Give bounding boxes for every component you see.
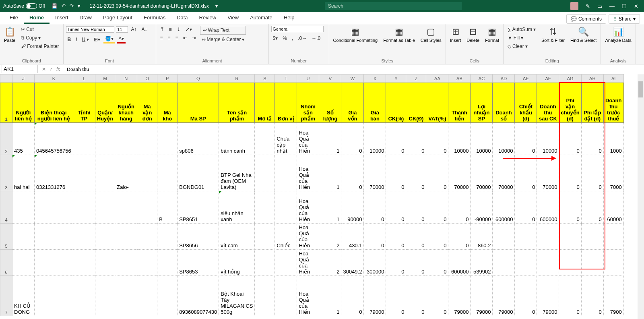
cell[interactable]: 0 [386, 155, 406, 191]
fx-icon[interactable]: fx [56, 66, 60, 72]
cell[interactable]: siêu nhân xanh [219, 191, 255, 224]
row-header[interactable]: 5 [0, 224, 12, 250]
cell[interactable]: 2 [319, 250, 341, 276]
header-cell[interactable]: Người liên hệ [12, 83, 35, 123]
cell[interactable]: 0 [426, 276, 448, 316]
comma-icon[interactable]: , [290, 35, 295, 42]
cell[interactable]: 0 [341, 123, 364, 155]
cell[interactable] [493, 224, 515, 250]
merge-center-button[interactable]: ⇔Merge & Center▾ [200, 36, 246, 43]
cell[interactable] [275, 276, 297, 316]
cell[interactable]: 0 [426, 191, 448, 224]
undo-icon[interactable]: ↶ [62, 3, 66, 9]
cell[interactable] [137, 250, 157, 276]
column-header[interactable]: AB [448, 75, 471, 83]
cell[interactable]: 8936089077430 [178, 276, 219, 316]
cell[interactable]: 0 [406, 250, 426, 276]
cell[interactable]: 0 [559, 123, 581, 155]
cell[interactable] [95, 250, 115, 276]
cell[interactable] [275, 155, 297, 191]
column-header[interactable]: L [73, 75, 95, 83]
cell-styles-button[interactable]: ▢Cell Styles [419, 26, 443, 44]
cell[interactable]: 0 [581, 123, 603, 155]
cell[interactable]: Bột Khoai Tây MILAGANICS 500g [219, 276, 255, 316]
cell[interactable] [95, 123, 115, 155]
format-button[interactable]: ▦Format [483, 26, 501, 44]
column-header[interactable]: X [364, 75, 386, 83]
cell[interactable]: SP8656 [178, 224, 219, 250]
cell[interactable]: BGNDG01 [178, 155, 219, 191]
align-middle-icon[interactable]: ≡ [167, 26, 173, 33]
align-top-icon[interactable]: ⤒ [159, 26, 166, 33]
maximize-icon[interactable]: ❐ [622, 3, 627, 9]
orientation-icon[interactable]: ⤢▾ [184, 26, 194, 33]
filename[interactable]: 12-11-2023 09-54-danhsachdonhang-LHUgmsI… [83, 3, 215, 9]
header-cell[interactable]: Mã SP [178, 83, 219, 123]
cell[interactable] [537, 224, 559, 250]
analyze-data-button[interactable]: 📊Analyze Data [603, 26, 633, 44]
cell[interactable]: 0 [406, 224, 426, 250]
cell[interactable]: vịt hồng [219, 250, 255, 276]
cell[interactable] [73, 155, 95, 191]
cell[interactable] [603, 250, 623, 276]
sort-filter-button[interactable]: ⇅Sort & Filter [540, 26, 566, 44]
cell[interactable] [275, 250, 297, 276]
cut-button[interactable]: ✂Cut [19, 26, 60, 33]
cell[interactable]: 7000 [603, 155, 623, 191]
pen-icon[interactable]: ✎ [586, 3, 590, 9]
header-cell[interactable]: VAT(%) [426, 83, 448, 123]
cell[interactable]: 300000 [364, 250, 386, 276]
cell[interactable]: 0 [515, 155, 537, 191]
cell[interactable]: -860.2 [471, 224, 493, 250]
tab-draw[interactable]: Draw [74, 12, 97, 24]
cell[interactable] [12, 224, 35, 250]
cell[interactable] [35, 276, 73, 316]
cell[interactable]: Hoa Quả của Hiền [297, 250, 319, 276]
cell[interactable]: 0 [406, 155, 426, 191]
conditional-formatting-button[interactable]: ▦Conditional Formatting [332, 26, 380, 44]
cell[interactable]: 0321331276 [35, 155, 73, 191]
cell[interactable] [73, 276, 95, 316]
cell[interactable]: 0 [426, 224, 448, 250]
cell[interactable] [515, 250, 537, 276]
cell[interactable]: 79000 [448, 276, 471, 316]
name-box[interactable] [2, 65, 38, 73]
increase-indent-icon[interactable]: ⇥ [190, 34, 198, 41]
cell[interactable] [255, 191, 275, 224]
currency-icon[interactable]: $▾ [271, 35, 280, 42]
row-header[interactable]: 7 [0, 276, 12, 316]
scrollbar-thumb[interactable] [638, 81, 643, 97]
header-cell[interactable]: Điện thoại người liên hệ [35, 83, 73, 123]
column-header[interactable]: O [137, 75, 157, 83]
cell[interactable] [603, 224, 623, 250]
column-header[interactable]: V [319, 75, 341, 83]
header-cell[interactable]: Phí vận chuyển (đ) [559, 83, 581, 123]
cell[interactable]: 10000 [448, 123, 471, 155]
column-header[interactable]: AD [493, 75, 515, 83]
cell[interactable]: 10000 [537, 123, 559, 155]
header-cell[interactable]: Đơn vị [275, 83, 297, 123]
header-cell[interactable]: Mã vận đơn [137, 83, 157, 123]
header-cell[interactable]: Mã kho [157, 83, 178, 123]
autosave-toggle[interactable]: AutoSave Off [0, 3, 48, 9]
header-cell[interactable]: Giá bán [364, 83, 386, 123]
increase-font-icon[interactable]: A↑ [130, 26, 138, 33]
row-header[interactable]: 4 [0, 191, 12, 224]
cell[interactable]: 0 [426, 123, 448, 155]
cell[interactable]: 0 [386, 123, 406, 155]
bold-button[interactable]: B [66, 36, 73, 43]
cell[interactable] [115, 250, 137, 276]
cell[interactable] [95, 224, 115, 250]
cell[interactable]: Hoa Quả của Hiền [297, 276, 319, 316]
cell[interactable]: 0 [559, 276, 581, 316]
row-header[interactable]: 1 [0, 83, 12, 123]
cell[interactable] [559, 224, 581, 250]
spreadsheet-grid[interactable]: JKLMNOPQRSTUVWXYZAAABACADAEAFAGAHAI1Ngườ… [0, 74, 644, 319]
column-header[interactable]: R [219, 75, 255, 83]
align-center-icon[interactable]: ≡ [166, 34, 172, 41]
cell[interactable]: hai hai [12, 155, 35, 191]
cell[interactable]: 0 [406, 191, 426, 224]
cell[interactable]: 1 [319, 276, 341, 316]
percent-icon[interactable]: % [281, 35, 289, 42]
cell[interactable] [157, 250, 178, 276]
